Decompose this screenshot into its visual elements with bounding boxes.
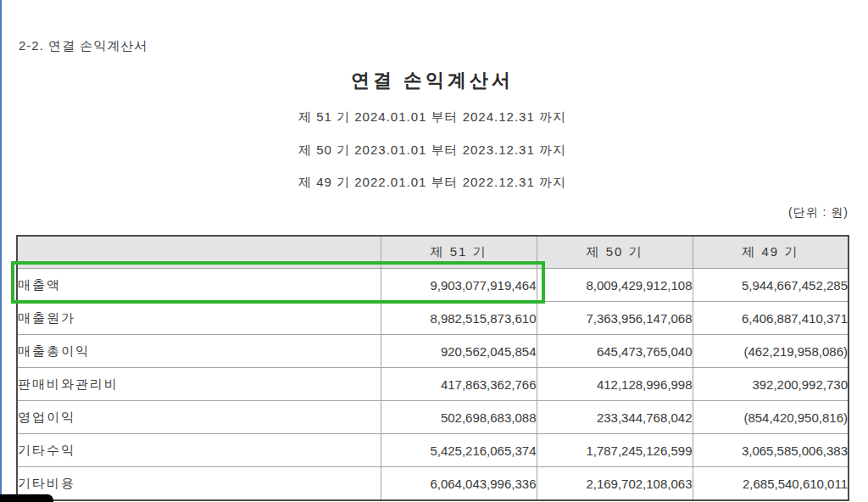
row-label: 영업이익 (17, 401, 381, 434)
cell-value: 9,903,077,919,464 (381, 269, 537, 302)
period-line-50: 제 50 기 2023.01.01 부터 2023.12.31 까지 (16, 134, 849, 167)
unit-label: (단위 : 원) (16, 205, 849, 220)
cell-value: (462,219,958,086) (693, 335, 849, 368)
header-cell-empty (17, 236, 381, 269)
row-label: 기타비용 (17, 467, 381, 501)
cell-value: 233,344,768,042 (537, 401, 693, 434)
cell-value: 8,982,515,873,610 (381, 302, 537, 335)
table-row-revenue: 매출액 9,903,077,919,464 8,009,429,912,108 … (17, 269, 849, 302)
row-label: 매출원가 (17, 302, 381, 335)
report-periods: 제 51 기 2024.01.01 부터 2024.12.31 까지 제 50 … (16, 101, 849, 199)
row-label: 판매비와관리비 (17, 368, 381, 401)
table-header-row: 제 51 기 제 50 기 제 49 기 (17, 236, 849, 269)
document-title: 연결 손익계산서 (16, 68, 849, 93)
cell-value: 2,685,540,610,011 (693, 467, 849, 501)
cell-value: 7,363,956,147,068 (537, 302, 693, 335)
cell-value: 5,425,216,065,374 (381, 434, 537, 467)
cell-value: 417,863,362,766 (381, 368, 537, 401)
cell-value: 920,562,045,854 (381, 335, 537, 368)
period-line-49: 제 49 기 2022.01.01 부터 2022.12.31 까지 (16, 166, 849, 199)
bottom-left-overlay-fragment (0, 494, 53, 502)
table-row-gross-profit: 매출총이익 920,562,045,854 645,473,765,040 (4… (17, 335, 849, 368)
cell-value: 6,064,043,996,336 (381, 467, 537, 501)
cell-value: 1,787,245,126,599 (537, 434, 693, 467)
document-page: { "page": { "section_label": "2-2. 연결 손익… (0, 0, 868, 502)
cell-value: 2,169,702,108,063 (537, 467, 693, 501)
table-row-other-expenses: 기타비용 6,064,043,996,336 2,169,702,108,063… (17, 467, 849, 501)
header-cell-term-51: 제 51 기 (381, 236, 537, 269)
row-label: 매출총이익 (17, 335, 381, 368)
cell-value: (854,420,950,816) (693, 401, 849, 434)
cell-value: 8,009,429,912,108 (537, 269, 693, 302)
left-window-border-accent (0, 0, 2, 502)
cell-value: 6,406,887,410,371 (693, 302, 849, 335)
row-label: 기타수익 (17, 434, 381, 467)
section-label: 2-2. 연결 손익계산서 (19, 38, 147, 54)
cell-value: 412,128,996,998 (537, 368, 693, 401)
table-row-sga-expenses: 판매비와관리비 417,863,362,766 412,128,996,998 … (17, 368, 849, 401)
cell-value: 3,065,585,006,383 (693, 434, 849, 467)
header-cell-term-49: 제 49 기 (693, 236, 849, 269)
header-cell-term-50: 제 50 기 (537, 236, 693, 269)
table-row-operating-profit: 영업이익 502,698,683,088 233,344,768,042 (85… (17, 401, 849, 434)
period-line-51: 제 51 기 2024.01.01 부터 2024.12.31 까지 (16, 101, 849, 134)
cell-value: 5,944,667,452,285 (693, 269, 849, 302)
cell-value: 502,698,683,088 (381, 401, 537, 434)
cell-value: 392,200,992,730 (693, 368, 849, 401)
row-label: 매출액 (17, 269, 381, 302)
income-statement-table: 제 51 기 제 50 기 제 49 기 매출액 9,903,077,919,4… (16, 235, 849, 501)
table-row-other-income: 기타수익 5,425,216,065,374 1,787,245,126,599… (17, 434, 849, 467)
cell-value: 645,473,765,040 (537, 335, 693, 368)
table-row-cost-of-sales: 매출원가 8,982,515,873,610 7,363,956,147,068… (17, 302, 849, 335)
